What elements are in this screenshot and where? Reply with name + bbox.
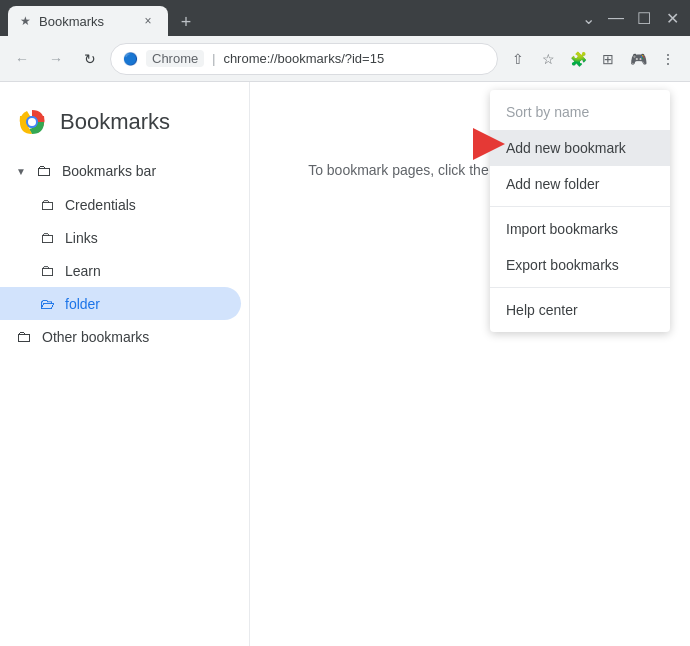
window-controls: ⌄ — ☐ ✕ — [578, 8, 682, 28]
bookmark-star-button[interactable]: ☆ — [534, 45, 562, 73]
minimize-button[interactable]: — — [606, 8, 626, 28]
folder-icon: 🗀 — [16, 328, 32, 346]
chrome-label: Chrome — [146, 50, 204, 67]
other-bookmarks-label: Other bookmarks — [42, 329, 149, 345]
context-dropdown-menu: Sort by name Add new bookmark Add new fo… — [490, 90, 670, 332]
sidebar-item-bookmarks-bar[interactable]: ▼ 🗀 Bookmarks bar — [0, 154, 241, 188]
red-arrow-icon — [473, 128, 505, 160]
menu-divider-2 — [490, 287, 670, 288]
export-bookmarks-menu-item[interactable]: Export bookmarks — [490, 247, 670, 283]
new-tab-button[interactable]: + — [172, 8, 200, 36]
tab-area: ★ Bookmarks × + — [8, 0, 578, 36]
chrome-menu-button[interactable]: ⋮ — [654, 45, 682, 73]
active-tab[interactable]: ★ Bookmarks × — [8, 6, 168, 36]
title-bar: ★ Bookmarks × + ⌄ — ☐ ✕ — [0, 0, 690, 36]
tab-close-button[interactable]: × — [140, 13, 156, 29]
chevron-down-icon[interactable]: ⌄ — [578, 8, 598, 28]
folder-label: folder — [65, 296, 100, 312]
reload-button[interactable]: ↻ — [76, 45, 104, 73]
folder-icon: 🗀 — [40, 196, 55, 213]
tab-favicon-icon: ★ — [20, 14, 31, 28]
sidebar: Bookmarks ▼ 🗀 Bookmarks bar 🗀 Credential… — [0, 82, 250, 646]
page-title: Bookmarks — [60, 109, 170, 135]
profile-avatar-button[interactable]: 🎮 — [624, 45, 652, 73]
sidebar-item-credentials[interactable]: 🗀 Credentials — [0, 188, 241, 221]
folder-icon: 🗀 — [40, 262, 55, 279]
sidebar-item-folder[interactable]: 🗁 folder — [0, 287, 241, 320]
chrome-logo-icon — [16, 106, 48, 138]
share-button[interactable]: ⇧ — [504, 45, 532, 73]
import-bookmarks-menu-item[interactable]: Import bookmarks — [490, 211, 670, 247]
add-new-bookmark-menu-item[interactable]: Add new bookmark — [490, 130, 670, 166]
learn-label: Learn — [65, 263, 101, 279]
page-header: Bookmarks — [0, 98, 249, 154]
tab-title: Bookmarks — [39, 14, 132, 29]
extension-puzzle-button[interactable]: 🧩 — [564, 45, 592, 73]
svg-point-4 — [28, 118, 36, 126]
help-center-menu-item[interactable]: Help center — [490, 292, 670, 328]
sort-by-name-menu-item[interactable]: Sort by name — [490, 94, 670, 130]
right-content-area: To bookmark pages, click the star in the… — [250, 82, 690, 646]
maximize-button[interactable]: ☐ — [634, 8, 654, 28]
arrow-indicator — [473, 128, 505, 164]
expand-icon: ▼ — [16, 166, 26, 177]
url-bar[interactable]: 🔵 Chrome | chrome://bookmarks/?id=15 — [110, 43, 498, 75]
bookmarks-bar-label: Bookmarks bar — [62, 163, 156, 179]
sidebar-item-links[interactable]: 🗀 Links — [0, 221, 241, 254]
folder-icon: 🗀 — [36, 162, 52, 180]
menu-divider-1 — [490, 206, 670, 207]
folder-icon: 🗀 — [40, 229, 55, 246]
url-actions: ⇧ ☆ 🧩 ⊞ 🎮 ⋮ — [504, 45, 682, 73]
address-bar: ← → ↻ 🔵 Chrome | chrome://bookmarks/?id=… — [0, 36, 690, 82]
main-content: Bookmarks ▼ 🗀 Bookmarks bar 🗀 Credential… — [0, 82, 690, 646]
url-divider: | — [212, 52, 215, 66]
close-button[interactable]: ✕ — [662, 8, 682, 28]
sidebar-item-learn[interactable]: 🗀 Learn — [0, 254, 241, 287]
forward-button[interactable]: → — [42, 45, 70, 73]
links-label: Links — [65, 230, 98, 246]
folder-icon: 🗁 — [40, 295, 55, 312]
sidebar-item-other-bookmarks[interactable]: 🗀 Other bookmarks — [0, 320, 241, 354]
credentials-label: Credentials — [65, 197, 136, 213]
security-icon: 🔵 — [123, 52, 138, 66]
add-new-folder-menu-item[interactable]: Add new folder — [490, 166, 670, 202]
sidebar-toggle-button[interactable]: ⊞ — [594, 45, 622, 73]
back-button[interactable]: ← — [8, 45, 36, 73]
url-text: chrome://bookmarks/?id=15 — [223, 51, 384, 66]
